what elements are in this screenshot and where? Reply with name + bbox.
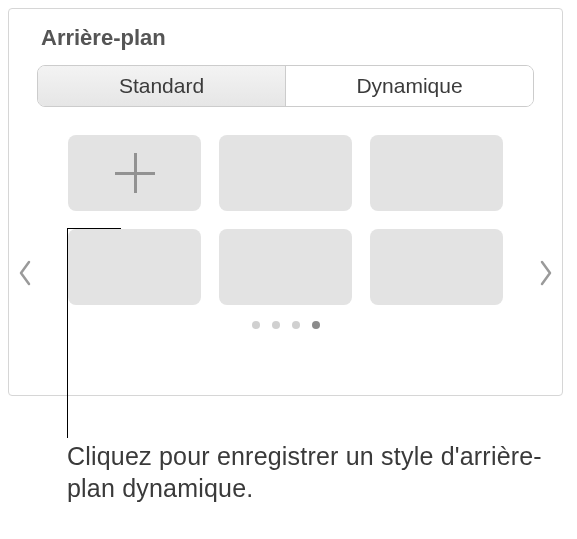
add-style-button[interactable] bbox=[68, 135, 201, 211]
style-segmented-control: Standard Dynamique bbox=[37, 65, 534, 107]
style-slot-2[interactable] bbox=[219, 135, 352, 211]
page-indicator bbox=[31, 321, 540, 329]
style-slot-4[interactable] bbox=[68, 229, 201, 305]
thumbnail-grid bbox=[31, 135, 540, 305]
chevron-left-icon bbox=[18, 259, 32, 287]
background-panel: Arrière-plan Standard Dynamique bbox=[8, 8, 563, 396]
page-dot-4[interactable] bbox=[312, 321, 320, 329]
page-dot-1[interactable] bbox=[252, 321, 260, 329]
style-slot-5[interactable] bbox=[219, 229, 352, 305]
chevron-right-icon bbox=[539, 259, 553, 287]
thumbnail-area bbox=[9, 135, 562, 329]
prev-page-button[interactable] bbox=[15, 259, 35, 287]
tab-dynamic[interactable]: Dynamique bbox=[286, 66, 533, 106]
callout-leader-line bbox=[67, 228, 68, 438]
callout-tick bbox=[67, 228, 121, 229]
plus-icon bbox=[115, 153, 155, 193]
tab-standard[interactable]: Standard bbox=[38, 66, 286, 106]
page-dot-3[interactable] bbox=[292, 321, 300, 329]
style-slot-6[interactable] bbox=[370, 229, 503, 305]
style-slot-3[interactable] bbox=[370, 135, 503, 211]
callout-caption: Cliquez pour enregistrer un style d'arri… bbox=[67, 440, 547, 504]
next-page-button[interactable] bbox=[536, 259, 556, 287]
page-dot-2[interactable] bbox=[272, 321, 280, 329]
section-title: Arrière-plan bbox=[9, 9, 562, 65]
